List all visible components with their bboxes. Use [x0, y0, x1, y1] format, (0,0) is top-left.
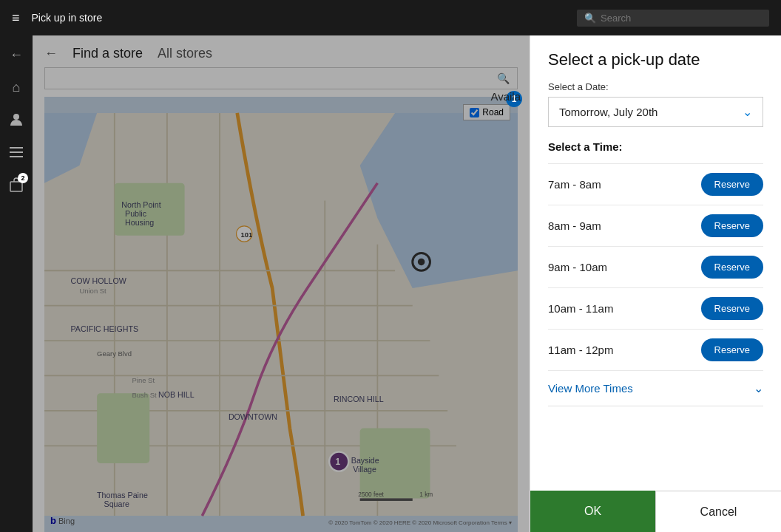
reserve-button-1[interactable]: Reserve — [701, 214, 763, 237]
road-checkbox-input[interactable] — [470, 108, 479, 117]
cart-badge: 2 — [18, 173, 28, 183]
svg-rect-3 — [10, 156, 23, 157]
svg-text:COW HOLLOW: COW HOLLOW — [71, 276, 127, 285]
svg-text:Housing: Housing — [125, 218, 154, 227]
search-icon: 🔍 — [584, 13, 596, 24]
svg-text:2500 feet: 2500 feet — [358, 491, 384, 498]
home-icon[interactable]: ⌂ — [3, 74, 30, 100]
svg-text:Bush St: Bush St — [132, 391, 158, 399]
svg-text:NOB HILL: NOB HILL — [158, 390, 195, 399]
store-finder-header: ← Find a store All stores — [33, 35, 530, 67]
time-slot-row-1: 8am - 9amReserve — [548, 205, 763, 247]
svg-text:PACIFIC HEIGHTS: PACIFIC HEIGHTS — [71, 324, 139, 333]
back-button[interactable]: ← — [44, 46, 58, 61]
store-finder: ← Find a store All stores 🔍 — [33, 35, 530, 532]
pickup-title: Select a pick-up date — [548, 50, 763, 69]
search-bar[interactable]: 🔍 — [577, 10, 769, 27]
time-slot-label-3: 10am - 11am — [548, 302, 613, 315]
reserve-button-0[interactable]: Reserve — [701, 173, 763, 196]
panel-footer: OK Cancel — [530, 491, 781, 532]
reserve-button-3[interactable]: Reserve — [701, 297, 763, 320]
cancel-button[interactable]: Cancel — [655, 491, 781, 532]
date-dropdown-chevron: ⌄ — [743, 105, 752, 119]
svg-rect-4 — [10, 182, 22, 191]
road-label: Road — [482, 107, 504, 117]
person-icon[interactable] — [3, 106, 30, 133]
date-dropdown[interactable]: Tomorrow, July 20th ⌄ — [548, 97, 763, 127]
svg-text:Public: Public — [125, 209, 147, 218]
time-slot-label-2: 9am - 10am — [548, 261, 607, 273]
time-slot-row-2: 9am - 10amReserve — [548, 247, 763, 288]
map-footer-text: © 2020 TomTom © 2020 HERE © 2020 Microso… — [328, 519, 512, 526]
store-search-icon: 🔍 — [497, 72, 510, 84]
svg-rect-20 — [97, 393, 149, 463]
svg-text:1 km: 1 km — [419, 491, 433, 498]
svg-point-46 — [418, 259, 425, 265]
time-slot-row-4: 11am - 12pmReserve — [548, 330, 763, 371]
select-time-label: Select a Time: — [548, 140, 763, 153]
road-checkbox[interactable]: Road — [463, 104, 510, 120]
time-slot-label-0: 7am - 8am — [548, 178, 601, 191]
svg-text:Square: Square — [104, 499, 129, 508]
svg-point-0 — [13, 114, 19, 120]
time-slot-label-1: 8am - 9am — [548, 219, 601, 232]
available-label: Availa — [490, 90, 521, 103]
svg-text:Union St: Union St — [79, 287, 106, 295]
time-slot-row-3: 10am - 11amReserve — [548, 288, 763, 330]
all-stores-button[interactable]: All stores — [158, 46, 212, 61]
reserve-button-2[interactable]: Reserve — [701, 256, 763, 279]
view-more-row[interactable]: View More Times ⌄ — [548, 371, 763, 406]
svg-text:101: 101 — [240, 231, 252, 239]
svg-text:DOWNTOWN: DOWNTOWN — [229, 412, 277, 421]
svg-text:Thomas Paine: Thomas Paine — [97, 491, 148, 499]
back-sidebar-icon[interactable]: ← — [3, 41, 30, 68]
bag-icon[interactable]: 2 — [3, 171, 30, 198]
search-input[interactable] — [601, 13, 762, 24]
app-title: Pick up in store — [32, 12, 577, 24]
pickup-panel: Select a pick-up date Select a Date: Tom… — [530, 35, 781, 532]
time-slot-row-0: 7am - 8amReserve — [548, 163, 763, 205]
hamburger-icon[interactable]: ≡ — [12, 10, 20, 26]
map-container: North Point Public Housing COW HOLLOW Un… — [44, 97, 518, 532]
top-nav: ≡ Pick up in store 🔍 — [0, 0, 781, 35]
bing-logo: b Bing — [50, 515, 75, 526]
reserve-button-4[interactable]: Reserve — [701, 338, 763, 361]
svg-text:1: 1 — [335, 457, 340, 467]
time-slots: 7am - 8amReserve8am - 9amReserve9am - 10… — [548, 163, 763, 371]
store-search-input[interactable] — [53, 72, 497, 84]
svg-rect-2 — [10, 151, 23, 153]
svg-text:Geary Blvd: Geary Blvd — [97, 349, 132, 358]
view-more-chevron: ⌄ — [754, 381, 763, 395]
ok-button[interactable]: OK — [530, 491, 655, 532]
select-date-label: Select a Date: — [548, 81, 763, 92]
store-search-bar[interactable]: 🔍 — [44, 67, 518, 89]
main-content: ← ⌂ 2 ← Find a store All stores 🔍 — [0, 35, 781, 532]
svg-text:RINCON HILL: RINCON HILL — [334, 395, 384, 403]
svg-rect-47 — [360, 498, 413, 501]
svg-text:Village: Village — [353, 465, 376, 474]
menu-lines-icon[interactable] — [3, 139, 30, 166]
view-more-text: View More Times — [548, 382, 633, 395]
svg-text:Pine St: Pine St — [132, 376, 155, 384]
sidebar: ← ⌂ 2 — [0, 35, 33, 532]
store-finder-title: Find a store — [72, 46, 143, 61]
svg-text:North Point: North Point — [121, 200, 160, 209]
svg-text:Bayside: Bayside — [351, 456, 379, 465]
time-slot-label-4: 11am - 12pm — [548, 344, 613, 356]
svg-rect-1 — [10, 147, 23, 149]
selected-date-text: Tomorrow, July 20th — [559, 106, 657, 118]
